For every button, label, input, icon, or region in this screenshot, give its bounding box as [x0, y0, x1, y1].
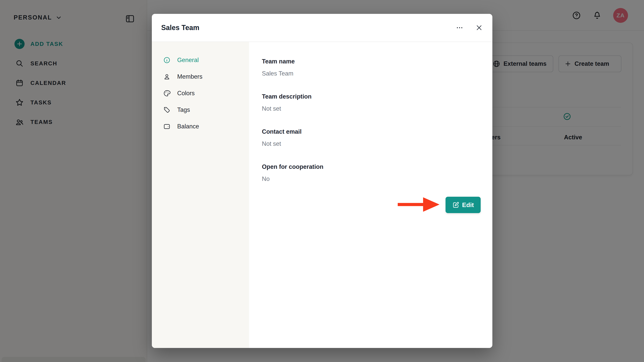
field-value: Sales Team	[262, 69, 492, 78]
tab-label: Balance	[177, 123, 199, 130]
tab-members[interactable]: Members	[152, 68, 249, 85]
field-label: Team name	[262, 57, 492, 66]
team-settings-modal: Sales Team General Members	[152, 14, 492, 348]
field-value: Not set	[262, 104, 492, 113]
field-label: Open for cooperation	[262, 162, 492, 171]
modal-content: Team name Sales Team Team description No…	[249, 42, 492, 348]
user-icon	[163, 73, 170, 80]
field-contact-email: Contact email Not set	[262, 128, 492, 148]
field-open-for-cooperation: Open for cooperation No	[262, 162, 492, 183]
kebab-menu-icon[interactable]	[454, 22, 465, 33]
tab-colors[interactable]: Colors	[152, 85, 249, 102]
tab-label: Members	[177, 73, 202, 80]
tag-icon	[163, 106, 170, 114]
close-icon[interactable]	[474, 22, 484, 33]
tab-label: Tags	[177, 106, 190, 114]
field-label: Contact email	[262, 128, 492, 136]
modal-header: Sales Team	[152, 14, 492, 42]
field-team-name: Team name Sales Team	[262, 57, 492, 78]
tab-tags[interactable]: Tags	[152, 102, 249, 118]
palette-icon	[163, 90, 170, 97]
edit-button-label: Edit	[462, 202, 474, 208]
field-value: Not set	[262, 140, 492, 148]
annotation-arrow-icon	[398, 196, 440, 213]
tab-balance[interactable]: Balance	[152, 118, 249, 135]
modal-tab-rail: General Members Colors	[152, 42, 249, 348]
field-label: Team description	[262, 92, 492, 101]
info-icon	[163, 56, 170, 64]
modal-title: Sales Team	[161, 14, 199, 42]
wallet-icon	[163, 123, 170, 130]
edit-button[interactable]: Edit	[446, 197, 481, 213]
edit-icon	[452, 202, 460, 208]
field-team-description: Team description Not set	[262, 92, 492, 113]
tab-label: Colors	[177, 90, 195, 97]
field-value: No	[262, 175, 492, 183]
tab-label: General	[177, 56, 199, 64]
tab-general[interactable]: General	[152, 52, 249, 68]
